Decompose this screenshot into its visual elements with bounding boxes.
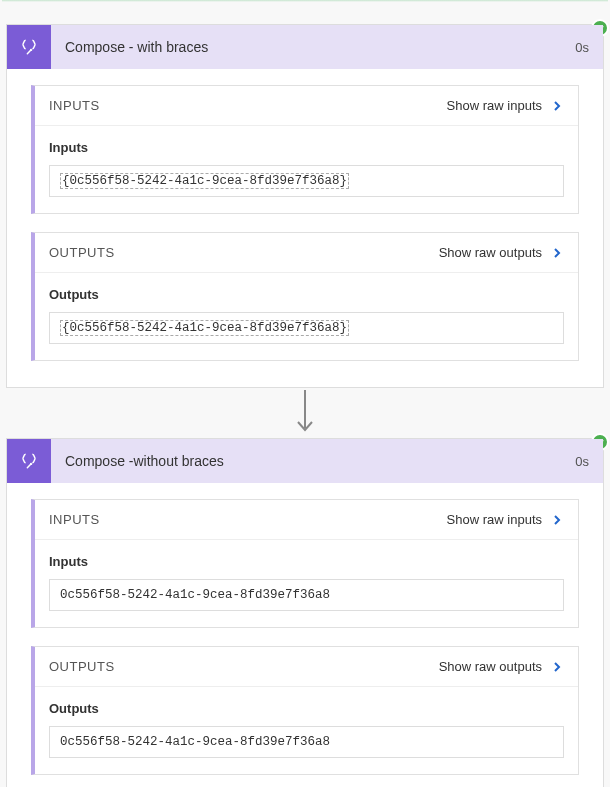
svg-point-3 [31,464,32,465]
inputs-section-title: INPUTS [49,98,447,113]
flow-arrow-top [6,4,604,24]
show-raw-outputs-link[interactable]: Show raw outputs [439,659,542,674]
outputs-section: OUTPUTS Show raw outputs Outputs 0c556f5… [31,646,579,775]
step-card-compose-without-braces[interactable]: Compose -without braces 0s INPUTS Show r… [6,438,604,787]
step-card-compose-with-braces[interactable]: Compose - with braces 0s INPUTS Show raw… [6,24,604,388]
outputs-section-title: OUTPUTS [49,245,439,260]
outputs-section: OUTPUTS Show raw outputs Outputs {0c556f… [31,232,579,361]
inputs-section-header: INPUTS Show raw inputs [35,500,578,540]
inputs-section-title: INPUTS [49,512,447,527]
inputs-value[interactable]: 0c556f58-5242-4a1c-9cea-8fd39e7f36a8 [49,579,564,611]
svg-point-1 [31,50,32,51]
chevron-right-icon[interactable] [550,246,564,260]
outputs-label: Outputs [49,287,564,302]
outputs-section-header: OUTPUTS Show raw outputs [35,233,578,273]
step-duration: 0s [575,454,603,469]
step-body: INPUTS Show raw inputs Inputs 0c556f58-5… [7,483,603,787]
outputs-value[interactable]: 0c556f58-5242-4a1c-9cea-8fd39e7f36a8 [49,726,564,758]
chevron-right-icon[interactable] [550,99,564,113]
compose-action-icon [7,25,51,69]
step-title: Compose - with braces [51,39,575,55]
inputs-value[interactable]: {0c556f58-5242-4a1c-9cea-8fd39e7f36a8} [49,165,564,197]
inputs-section-header: INPUTS Show raw inputs [35,86,578,126]
outputs-section-header: OUTPUTS Show raw outputs [35,647,578,687]
show-raw-outputs-link[interactable]: Show raw outputs [439,245,542,260]
inputs-label: Inputs [49,554,564,569]
outputs-section-body: Outputs 0c556f58-5242-4a1c-9cea-8fd39e7f… [35,687,578,774]
step-header[interactable]: Compose -without braces 0s [7,439,603,483]
show-raw-inputs-link[interactable]: Show raw inputs [447,512,542,527]
show-raw-inputs-link[interactable]: Show raw inputs [447,98,542,113]
inputs-section: INPUTS Show raw inputs Inputs 0c556f58-5… [31,499,579,628]
outputs-label: Outputs [49,701,564,716]
outputs-section-body: Outputs {0c556f58-5242-4a1c-9cea-8fd39e7… [35,273,578,360]
compose-action-icon [7,439,51,483]
outputs-section-title: OUTPUTS [49,659,439,674]
outputs-value[interactable]: {0c556f58-5242-4a1c-9cea-8fd39e7f36a8} [49,312,564,344]
chevron-right-icon[interactable] [550,660,564,674]
step-title: Compose -without braces [51,453,575,469]
step-duration: 0s [575,40,603,55]
chevron-right-icon[interactable] [550,513,564,527]
inputs-label: Inputs [49,140,564,155]
step-header[interactable]: Compose - with braces 0s [7,25,603,69]
inputs-section-body: Inputs {0c556f58-5242-4a1c-9cea-8fd39e7f… [35,126,578,213]
inputs-section: INPUTS Show raw inputs Inputs {0c556f58-… [31,85,579,214]
inputs-section-body: Inputs 0c556f58-5242-4a1c-9cea-8fd39e7f3… [35,540,578,627]
flow-arrow [0,388,610,438]
step-body: INPUTS Show raw inputs Inputs {0c556f58-… [7,69,603,387]
